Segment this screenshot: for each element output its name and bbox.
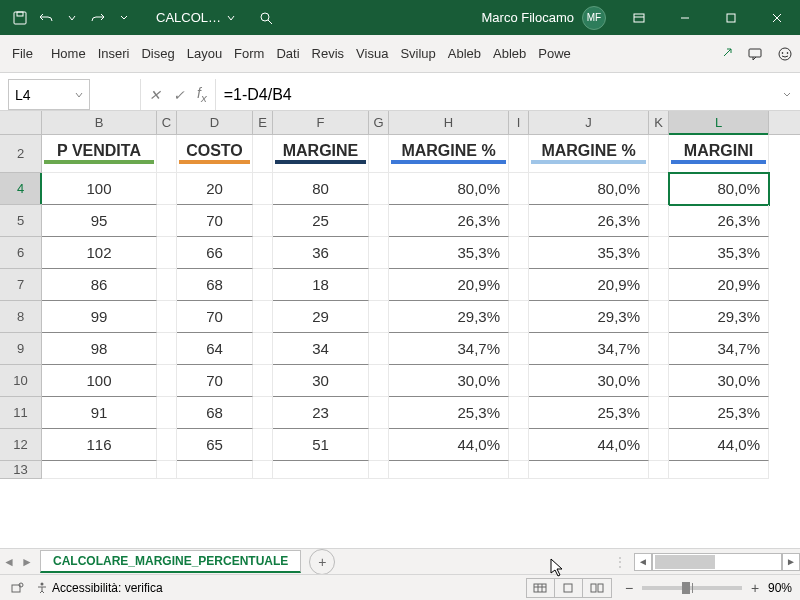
cell-J11[interactable]: 25,3% <box>529 397 649 429</box>
column-header-C[interactable]: C <box>157 111 177 134</box>
cell-H9[interactable]: 34,7% <box>389 333 509 365</box>
row-header-6[interactable]: 6 <box>0 237 42 269</box>
cell-K7[interactable] <box>649 269 669 301</box>
row-header-9[interactable]: 9 <box>0 333 42 365</box>
cell-I8[interactable] <box>509 301 529 333</box>
formula-input[interactable]: =1-D4/B4 <box>215 79 800 110</box>
cell-H6[interactable]: 35,3% <box>389 237 509 269</box>
row-header-10[interactable]: 10 <box>0 365 42 397</box>
cell-F2[interactable]: MARGINE <box>273 135 369 173</box>
cell-B6[interactable]: 102 <box>42 237 157 269</box>
cell-B5[interactable]: 95 <box>42 205 157 237</box>
zoom-in-button[interactable]: + <box>748 580 762 596</box>
cell-D8[interactable]: 70 <box>177 301 253 333</box>
cell-D11[interactable]: 68 <box>177 397 253 429</box>
cell-B8[interactable]: 99 <box>42 301 157 333</box>
cell-B13[interactable] <box>42 461 157 479</box>
cell-B9[interactable]: 98 <box>42 333 157 365</box>
cell-K5[interactable] <box>649 205 669 237</box>
column-header-I[interactable]: I <box>509 111 529 134</box>
cell-J7[interactable]: 20,9% <box>529 269 649 301</box>
accessibility-status[interactable]: Accessibilità: verifica <box>36 581 163 595</box>
row-header-13[interactable]: 13 <box>0 461 42 479</box>
cell-H13[interactable] <box>389 461 509 479</box>
cell-F5[interactable]: 25 <box>273 205 369 237</box>
expand-formula-bar-icon[interactable] <box>782 90 792 100</box>
tab-inseri[interactable]: Inseri <box>92 35 136 72</box>
cell-H2[interactable]: MARGINE % <box>389 135 509 173</box>
cell-G2[interactable] <box>369 135 389 173</box>
cell-J4[interactable]: 80,0% <box>529 173 649 205</box>
horizontal-scrollbar[interactable]: ⋮ ◄ ► <box>614 553 800 571</box>
cell-I6[interactable] <box>509 237 529 269</box>
new-sheet-button[interactable]: + <box>309 549 335 575</box>
cell-F9[interactable]: 34 <box>273 333 369 365</box>
cell-H11[interactable]: 25,3% <box>389 397 509 429</box>
cell-F11[interactable]: 23 <box>273 397 369 429</box>
user-account[interactable]: Marco Filocamo MF <box>482 6 606 30</box>
cell-E7[interactable] <box>253 269 273 301</box>
cell-H12[interactable]: 44,0% <box>389 429 509 461</box>
tab-powe[interactable]: Powe <box>532 35 577 72</box>
cell-K8[interactable] <box>649 301 669 333</box>
cell-K10[interactable] <box>649 365 669 397</box>
close-button[interactable] <box>754 0 800 35</box>
spreadsheet-grid[interactable]: BCDEFGHIJKL 2P VENDITACOSTOMARGINEMARGIN… <box>0 111 800 569</box>
cell-H8[interactable]: 29,3% <box>389 301 509 333</box>
cell-F10[interactable]: 30 <box>273 365 369 397</box>
cell-I5[interactable] <box>509 205 529 237</box>
tab-dati[interactable]: Dati <box>270 35 305 72</box>
cell-L4[interactable]: 80,0% <box>669 173 769 205</box>
cell-I2[interactable] <box>509 135 529 173</box>
cell-D6[interactable]: 66 <box>177 237 253 269</box>
cell-E9[interactable] <box>253 333 273 365</box>
cell-F7[interactable]: 18 <box>273 269 369 301</box>
row-header-2[interactable]: 2 <box>0 135 42 173</box>
tab-visua[interactable]: Visua <box>350 35 394 72</box>
cell-E2[interactable] <box>253 135 273 173</box>
cell-D5[interactable]: 70 <box>177 205 253 237</box>
sheet-nav-next[interactable]: ► <box>18 549 36 574</box>
cell-J12[interactable]: 44,0% <box>529 429 649 461</box>
cell-K11[interactable] <box>649 397 669 429</box>
scroll-left-button[interactable]: ◄ <box>634 553 652 571</box>
scroll-thumb[interactable] <box>655 555 715 569</box>
column-header-E[interactable]: E <box>253 111 273 134</box>
row-header-11[interactable]: 11 <box>0 397 42 429</box>
zoom-out-button[interactable]: − <box>622 580 636 596</box>
help-button[interactable] <box>770 35 800 72</box>
cell-J8[interactable]: 29,3% <box>529 301 649 333</box>
cell-C8[interactable] <box>157 301 177 333</box>
cell-H7[interactable]: 20,9% <box>389 269 509 301</box>
cell-E4[interactable] <box>253 173 273 205</box>
insert-function-button[interactable]: fx <box>197 85 207 104</box>
cell-K2[interactable] <box>649 135 669 173</box>
row-header-4[interactable]: 4 <box>0 173 42 205</box>
cell-F12[interactable]: 51 <box>273 429 369 461</box>
column-header-H[interactable]: H <box>389 111 509 134</box>
cell-D13[interactable] <box>177 461 253 479</box>
tab-ableb[interactable]: Ableb <box>442 35 487 72</box>
sheet-tab-active[interactable]: CALCOLARE_MARGINE_PERCENTUALE <box>40 550 301 573</box>
cell-K4[interactable] <box>649 173 669 205</box>
cell-L7[interactable]: 20,9% <box>669 269 769 301</box>
cell-J6[interactable]: 35,3% <box>529 237 649 269</box>
cell-D4[interactable]: 20 <box>177 173 253 205</box>
column-header-G[interactable]: G <box>369 111 389 134</box>
cell-I4[interactable] <box>509 173 529 205</box>
cell-C5[interactable] <box>157 205 177 237</box>
cell-J13[interactable] <box>529 461 649 479</box>
minimize-button[interactable] <box>662 0 708 35</box>
tab-home[interactable]: Home <box>45 35 92 72</box>
cell-K6[interactable] <box>649 237 669 269</box>
undo-dropdown-icon[interactable] <box>60 6 84 30</box>
row-header-12[interactable]: 12 <box>0 429 42 461</box>
cell-I9[interactable] <box>509 333 529 365</box>
tab-file[interactable]: File <box>0 35 45 72</box>
macro-record-icon[interactable] <box>8 579 26 597</box>
name-box[interactable]: L4 <box>8 79 90 110</box>
cell-I10[interactable] <box>509 365 529 397</box>
cell-F4[interactable]: 80 <box>273 173 369 205</box>
cell-G8[interactable] <box>369 301 389 333</box>
cell-E8[interactable] <box>253 301 273 333</box>
